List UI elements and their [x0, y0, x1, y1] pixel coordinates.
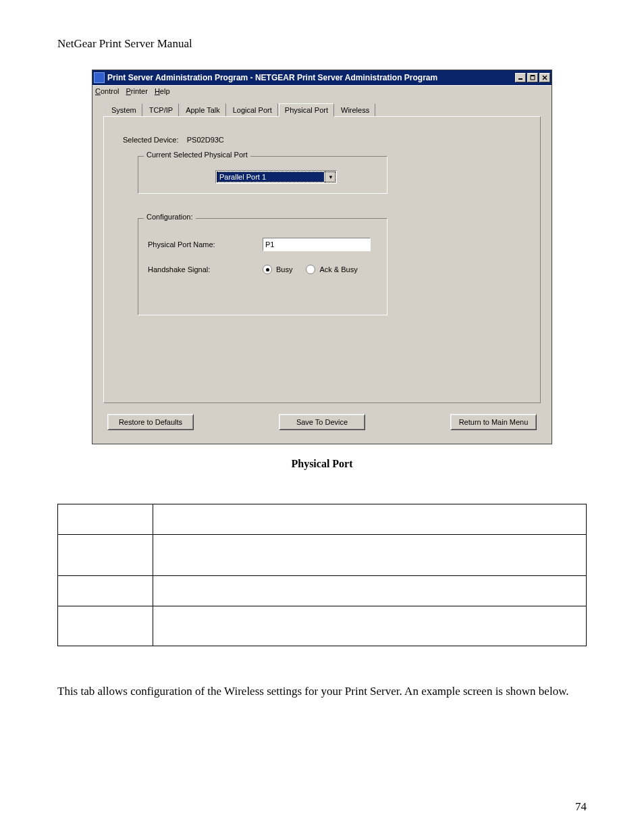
table-cell [153, 504, 587, 535]
menu-printer[interactable]: Printer [126, 87, 147, 95]
radio-busy-indicator [263, 265, 272, 274]
fieldset-configuration: Configuration: Physical Port Name: Hands… [138, 218, 387, 315]
fieldset-current-port: Current Selected Physical Port Parallel … [138, 156, 387, 194]
app-window: Print Server Administration Program - NE… [92, 70, 552, 444]
menu-help[interactable]: Help [155, 87, 170, 95]
tab-system[interactable]: System [105, 103, 142, 117]
radio-busy-label: Busy [276, 265, 292, 273]
radio-ack-label: Ack & Busy [319, 265, 357, 273]
fieldset-config-legend: Configuration: [144, 213, 196, 221]
radio-ack-indicator [306, 265, 315, 274]
close-icon [542, 75, 547, 80]
window-title: Print Server Administration Program - NE… [107, 73, 515, 82]
selected-device: Selected Device: PS02D93C [123, 136, 527, 144]
tab-panel: Selected Device: PS02D93C Current Select… [103, 116, 541, 403]
physical-port-name-label: Physical Port Name: [148, 240, 263, 249]
handshake-label: Handshake Signal: [148, 265, 263, 273]
tab-strip: System TCP/IP Apple Talk Logical Port Ph… [105, 103, 541, 117]
body-paragraph: This tab allows configuration of the Wir… [57, 684, 587, 700]
tab-wireless[interactable]: Wireless [335, 103, 375, 117]
table-cell [58, 504, 153, 535]
doc-header: NetGear Print Server Manual [57, 37, 587, 51]
restore-defaults-button[interactable]: Restore to Defaults [107, 414, 194, 430]
tab-logical-port[interactable]: Logical Port [227, 103, 278, 117]
physical-port-name-input[interactable] [263, 238, 371, 251]
table-cell [153, 576, 587, 606]
app-icon [94, 72, 105, 83]
minimize-icon [518, 75, 523, 80]
figure-caption: Physical Port [57, 458, 587, 470]
maximize-button[interactable] [527, 73, 538, 82]
chevron-down-icon: ▼ [325, 171, 336, 183]
selected-device-value: PS02D93C [187, 136, 224, 144]
radio-ack-busy[interactable]: Ack & Busy [306, 265, 357, 274]
table-cell [58, 606, 153, 646]
table-cell [153, 535, 587, 576]
radio-busy[interactable]: Busy [263, 265, 292, 274]
close-button[interactable] [539, 73, 550, 82]
menu-control[interactable]: Control [95, 87, 119, 95]
selected-device-label: Selected Device: [123, 136, 179, 144]
titlebar: Print Server Administration Program - NE… [92, 70, 552, 85]
maximize-icon [530, 75, 535, 80]
table-cell [153, 606, 587, 646]
parameter-table [57, 504, 587, 646]
client-area: System TCP/IP Apple Talk Logical Port Ph… [92, 97, 552, 444]
tab-physical-port[interactable]: Physical Port [279, 103, 334, 117]
port-combobox-value: Parallel Port 1 [217, 172, 324, 182]
table-cell [58, 535, 153, 576]
table-cell [58, 576, 153, 606]
page-number: 74 [575, 800, 587, 814]
menubar: Control Printer Help [92, 85, 552, 97]
save-to-device-button[interactable]: Save To Device [279, 414, 365, 430]
button-row: Restore to Defaults Save To Device Retur… [107, 414, 537, 430]
return-main-menu-button[interactable]: Return to Main Menu [450, 414, 537, 430]
minimize-button[interactable] [515, 73, 526, 82]
port-combobox[interactable]: Parallel Port 1 ▼ [215, 170, 337, 184]
fieldset-port-legend: Current Selected Physical Port [144, 151, 250, 159]
tab-tcpip[interactable]: TCP/IP [143, 103, 179, 117]
tab-appletalk[interactable]: Apple Talk [180, 103, 226, 117]
